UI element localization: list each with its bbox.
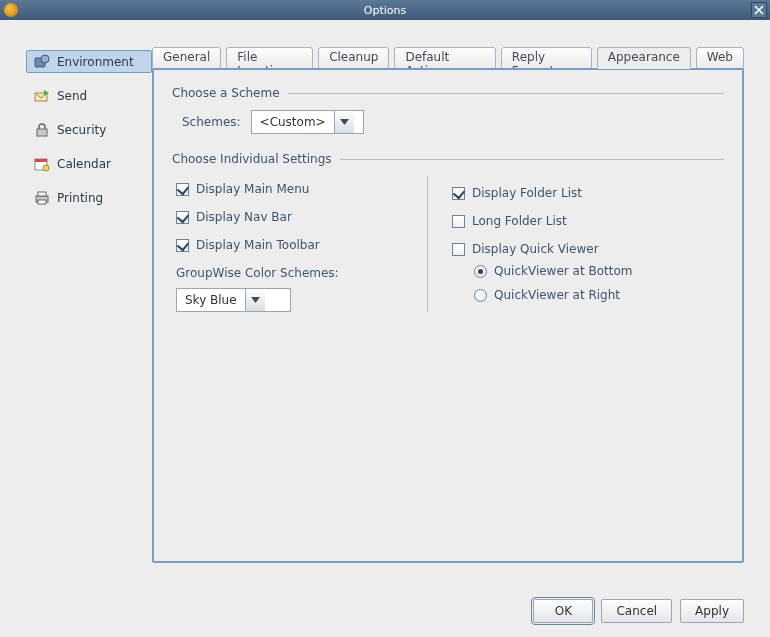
- checkbox-icon: [452, 243, 465, 256]
- group-choose-scheme: Choose a Scheme: [172, 86, 724, 100]
- radio-label: QuickViewer at Right: [494, 288, 620, 302]
- group-heading: Choose a Scheme: [172, 86, 288, 100]
- sidebar-item-label: Security: [57, 123, 106, 137]
- tab-row: General File Location Cleanup Default Ac…: [152, 46, 744, 68]
- settings-columns: Display Main Menu Display Nav Bar Displa…: [172, 176, 724, 312]
- group-heading: Choose Individual Settings: [172, 152, 340, 166]
- radio-icon: [474, 265, 487, 278]
- dropdown-icon: [334, 111, 354, 133]
- main-area: Environment Send Security Calendar: [0, 20, 770, 572]
- tab-general[interactable]: General: [152, 47, 221, 69]
- right-pane: General File Location Cleanup Default Ac…: [152, 46, 744, 572]
- dropdown-icon: [245, 289, 265, 311]
- tab-label: Cleanup: [329, 50, 378, 64]
- color-scheme-value: Sky Blue: [177, 293, 245, 307]
- sidebar-item-environment[interactable]: Environment: [26, 50, 152, 73]
- color-scheme-select[interactable]: Sky Blue: [176, 288, 291, 312]
- button-label: OK: [555, 604, 572, 618]
- tab-cleanup[interactable]: Cleanup: [318, 47, 389, 69]
- checkbox-label: Display Main Toolbar: [196, 238, 320, 252]
- check-display-main-menu[interactable]: Display Main Menu: [176, 182, 427, 196]
- tab-label: General: [163, 50, 210, 64]
- checkbox-icon: [452, 187, 465, 200]
- tab-file-location[interactable]: File Location: [226, 47, 313, 69]
- checkbox-label: Display Main Menu: [196, 182, 309, 196]
- app-icon: [4, 3, 18, 17]
- group-divider: [288, 93, 724, 94]
- sidebar-item-security[interactable]: Security: [26, 118, 152, 141]
- checkbox-label: Display Quick Viewer: [472, 242, 599, 256]
- radio-quickviewer-right[interactable]: QuickViewer at Right: [474, 288, 724, 302]
- svg-point-1: [41, 55, 49, 63]
- tab-content-appearance: Choose a Scheme Schemes: <Custom> Choose…: [152, 68, 744, 563]
- title-bar: Options: [0, 0, 770, 20]
- tab-appearance[interactable]: Appearance: [597, 47, 691, 69]
- check-display-folder-list[interactable]: Display Folder List: [452, 186, 724, 200]
- check-display-nav-bar[interactable]: Display Nav Bar: [176, 210, 427, 224]
- sidebar-item-label: Calendar: [57, 157, 111, 171]
- check-display-main-toolbar[interactable]: Display Main Toolbar: [176, 238, 427, 252]
- schemes-row: Schemes: <Custom>: [182, 110, 724, 134]
- window-close-button[interactable]: [751, 2, 767, 18]
- category-sidebar: Environment Send Security Calendar: [26, 46, 152, 572]
- tab-label: Web: [707, 50, 733, 64]
- printing-icon: [33, 190, 51, 206]
- checkbox-icon: [176, 183, 189, 196]
- svg-rect-3: [37, 129, 47, 136]
- sidebar-item-label: Environment: [57, 55, 134, 69]
- group-divider: [340, 159, 724, 160]
- check-display-quick-viewer[interactable]: Display Quick Viewer: [452, 242, 724, 256]
- schemes-select[interactable]: <Custom>: [251, 110, 364, 134]
- svg-rect-9: [38, 200, 46, 204]
- tab-web[interactable]: Web: [696, 47, 744, 69]
- checkbox-label: Display Nav Bar: [196, 210, 292, 224]
- apply-button[interactable]: Apply: [680, 599, 744, 623]
- sidebar-item-calendar[interactable]: Calendar: [26, 152, 152, 175]
- content-area: Environment Send Security Calendar: [0, 20, 770, 637]
- button-label: Cancel: [616, 604, 657, 618]
- settings-col-right: Display Folder List Long Folder List Dis…: [427, 176, 724, 312]
- radio-quickviewer-bottom[interactable]: QuickViewer at Bottom: [474, 264, 724, 278]
- sidebar-item-label: Printing: [57, 191, 103, 205]
- svg-point-6: [43, 165, 49, 171]
- calendar-icon: [33, 156, 51, 172]
- tab-label: Appearance: [608, 50, 680, 64]
- sidebar-item-send[interactable]: Send: [26, 84, 152, 107]
- schemes-value: <Custom>: [252, 115, 334, 129]
- cancel-button[interactable]: Cancel: [601, 599, 672, 623]
- environment-icon: [33, 54, 51, 70]
- radio-icon: [474, 289, 487, 302]
- group-individual-settings: Choose Individual Settings: [172, 152, 724, 166]
- sidebar-item-label: Send: [57, 89, 87, 103]
- checkbox-icon: [176, 211, 189, 224]
- button-label: Apply: [695, 604, 729, 618]
- settings-col-left: Display Main Menu Display Nav Bar Displa…: [172, 176, 427, 312]
- sidebar-item-printing[interactable]: Printing: [26, 186, 152, 209]
- tab-reply-format[interactable]: Reply Format: [501, 47, 592, 69]
- svg-rect-8: [38, 192, 46, 196]
- ok-button[interactable]: OK: [533, 599, 593, 623]
- window-title: Options: [364, 4, 406, 17]
- svg-rect-5: [35, 159, 47, 162]
- tab-default-actions[interactable]: Default Actions: [394, 47, 495, 69]
- checkbox-icon: [176, 239, 189, 252]
- checkbox-label: Display Folder List: [472, 186, 582, 200]
- color-schemes-label: GroupWise Color Schemes:: [176, 266, 427, 280]
- send-icon: [33, 88, 51, 104]
- check-long-folder-list[interactable]: Long Folder List: [452, 214, 724, 228]
- checkbox-label: Long Folder List: [472, 214, 567, 228]
- dialog-button-bar: OK Cancel Apply: [533, 599, 744, 623]
- schemes-label: Schemes:: [182, 115, 241, 129]
- security-icon: [33, 122, 51, 138]
- radio-label: QuickViewer at Bottom: [494, 264, 632, 278]
- checkbox-icon: [452, 215, 465, 228]
